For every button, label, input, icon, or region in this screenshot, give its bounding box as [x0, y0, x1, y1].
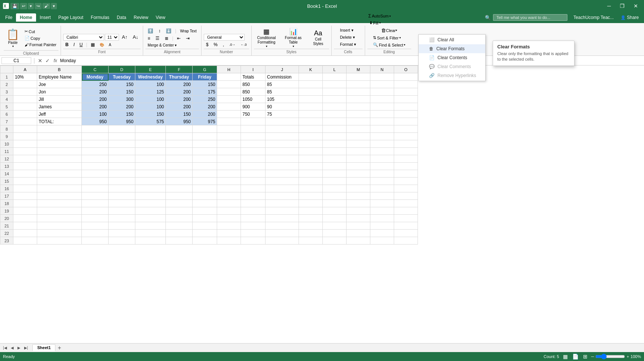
cell[interactable]: 200	[82, 96, 109, 103]
cell[interactable]	[299, 185, 323, 192]
cell[interactable]	[394, 73, 418, 81]
col-header-L[interactable]: L	[323, 66, 347, 73]
cell[interactable]	[241, 155, 265, 163]
cell[interactable]	[323, 237, 347, 245]
row-number-11[interactable]: 11	[0, 148, 13, 155]
user-info[interactable]: TeachUcomp Teac...	[573, 15, 614, 20]
cell[interactable]: Monday	[82, 73, 109, 81]
cell[interactable]	[299, 103, 323, 111]
cell[interactable]	[323, 200, 347, 207]
cell[interactable]	[265, 178, 299, 185]
copy-button[interactable]: 📄 Copy	[23, 35, 58, 41]
cell[interactable]	[323, 163, 347, 170]
share-button[interactable]: 👤 Share	[617, 13, 643, 22]
cell[interactable]	[299, 148, 323, 155]
page-break-button[interactable]: ⊞	[582, 354, 588, 360]
cell[interactable]: TOTAL:	[37, 118, 82, 125]
sort-filter-button[interactable]: ⇅ Sort & Filter ▾	[371, 35, 407, 41]
close-button[interactable]: ✕	[631, 3, 641, 9]
cell[interactable]	[241, 215, 265, 222]
cell[interactable]	[299, 96, 323, 103]
cell[interactable]	[109, 200, 135, 207]
cell[interactable]	[323, 192, 347, 200]
cell[interactable]: 575	[135, 118, 166, 125]
fill-button[interactable]: ⬇ Fill ▾	[367, 20, 411, 26]
cell[interactable]	[13, 118, 37, 125]
cell[interactable]	[166, 148, 193, 155]
cell[interactable]	[193, 192, 217, 200]
cell[interactable]	[347, 118, 370, 125]
cell[interactable]	[135, 192, 166, 200]
cell[interactable]	[217, 140, 241, 148]
cell[interactable]	[347, 215, 370, 222]
cell[interactable]	[394, 111, 418, 118]
cell[interactable]	[217, 118, 241, 125]
font-color-button[interactable]: A	[107, 42, 114, 48]
menu-formulas[interactable]: Formulas	[87, 13, 113, 22]
cell[interactable]	[370, 170, 394, 178]
cell[interactable]	[13, 140, 37, 148]
remove-hyperlinks-item[interactable]: 🔗 Remove Hyperlinks	[419, 71, 485, 80]
row-number-16[interactable]: 16	[0, 185, 13, 192]
cell[interactable]	[135, 200, 166, 207]
col-header-A[interactable]: A	[13, 66, 37, 73]
cell[interactable]	[217, 222, 241, 230]
cell[interactable]	[370, 155, 394, 163]
cell[interactable]	[135, 148, 166, 155]
cell[interactable]	[217, 73, 241, 81]
cell[interactable]	[347, 133, 370, 140]
cell[interactable]	[82, 230, 109, 237]
merge-center-button[interactable]: Merge & Center ▾	[145, 42, 179, 48]
cell[interactable]	[13, 81, 37, 88]
cell[interactable]	[135, 207, 166, 215]
cell[interactable]	[394, 163, 418, 170]
cell[interactable]	[347, 148, 370, 155]
cell[interactable]	[370, 118, 394, 125]
cell[interactable]	[82, 163, 109, 170]
cell[interactable]	[135, 133, 166, 140]
cell[interactable]	[394, 207, 418, 215]
cell[interactable]	[217, 215, 241, 222]
cell[interactable]	[394, 118, 418, 125]
menu-review[interactable]: Review	[130, 13, 152, 22]
cell[interactable]	[135, 222, 166, 230]
delete-button[interactable]: Delete ▾	[338, 34, 357, 41]
cell[interactable]	[166, 155, 193, 163]
cell[interactable]: 950	[109, 118, 135, 125]
cell[interactable]	[193, 185, 217, 192]
minimize-button[interactable]: ─	[604, 3, 614, 9]
clear-button[interactable]: 🗑 Clear ▾	[380, 27, 399, 34]
customize-qs-button[interactable]: ▾	[51, 3, 57, 9]
cell[interactable]	[13, 103, 37, 111]
cell[interactable]	[166, 207, 193, 215]
cell[interactable]	[323, 118, 347, 125]
cell[interactable]	[370, 73, 394, 81]
cell[interactable]	[135, 125, 166, 133]
cell[interactable]	[13, 185, 37, 192]
col-header-B[interactable]: B	[37, 66, 82, 73]
cell[interactable]	[217, 230, 241, 237]
cell[interactable]	[166, 133, 193, 140]
cell[interactable]	[323, 125, 347, 133]
cell[interactable]	[217, 111, 241, 118]
cell[interactable]	[394, 222, 418, 230]
row-number-4[interactable]: 4	[0, 96, 13, 103]
clear-all-item[interactable]: ⬜ Clear All	[419, 35, 485, 44]
zoom-in-button[interactable]: +	[627, 354, 629, 359]
cell[interactable]	[13, 230, 37, 237]
cell[interactable]	[82, 207, 109, 215]
cell[interactable]	[265, 140, 299, 148]
cell[interactable]	[193, 125, 217, 133]
cell[interactable]	[217, 96, 241, 103]
next-tab-button[interactable]: ▶	[16, 346, 22, 350]
format-painter-qs-button[interactable]: 🖌	[42, 3, 50, 9]
cell[interactable]	[37, 170, 82, 178]
cell[interactable]	[241, 222, 265, 230]
cell[interactable]	[37, 155, 82, 163]
col-header-I[interactable]: I	[241, 66, 265, 73]
cell[interactable]	[241, 230, 265, 237]
cell[interactable]	[13, 148, 37, 155]
cell[interactable]	[323, 140, 347, 148]
row-number-2[interactable]: 2	[0, 81, 13, 88]
format-as-table-dropdown[interactable]: ▾	[293, 45, 294, 48]
